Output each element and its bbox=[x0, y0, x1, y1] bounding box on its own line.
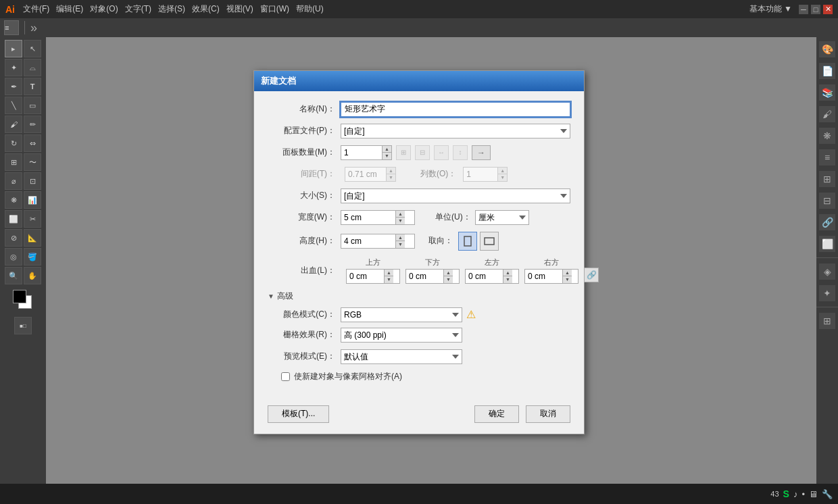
spacing-row: 间距(T)： ▲ ▼ 列数(O)： ▲ ▼ bbox=[268, 167, 570, 182]
unit-label: 单位(U)： bbox=[435, 211, 471, 223]
new-document-dialog: 新建文档 名称(N)： 配置文件(P)： [自定] 打印 Web bbox=[253, 70, 585, 434]
ok-button[interactable]: 确定 bbox=[474, 405, 519, 423]
width-input[interactable] bbox=[341, 211, 395, 224]
artboards-spin-up[interactable]: ▲ bbox=[382, 146, 391, 153]
spacing-spin-up[interactable]: ▲ bbox=[386, 168, 395, 175]
artboards-spinner-buttons: ▲ ▼ bbox=[382, 146, 391, 159]
profile-label: 配置文件(P)： bbox=[268, 125, 335, 136]
bleed-left-label: 左方 bbox=[485, 257, 499, 268]
width-spinner: ▲ ▼ bbox=[341, 210, 415, 225]
dialog-overlay: 新建文档 名称(N)： 配置文件(P)： [自定] 打印 Web bbox=[0, 0, 838, 504]
bleed-top-input[interactable] bbox=[347, 270, 384, 282]
bleed-bottom-spinner: ▲ ▼ bbox=[405, 269, 460, 284]
align-checkbox[interactable] bbox=[281, 372, 290, 381]
artboards-input[interactable] bbox=[341, 147, 382, 159]
artboards-spinner: ▲ ▼ bbox=[341, 145, 392, 160]
color-mode-label: 颜色模式(C)： bbox=[268, 309, 335, 320]
advanced-header[interactable]: ▼ 高级 bbox=[268, 291, 570, 302]
align-label[interactable]: 使新建对象与像素阿格对齐(A) bbox=[294, 371, 402, 382]
bleed-right-spinner: ▲ ▼ bbox=[524, 269, 578, 284]
bleed-right-up[interactable]: ▲ bbox=[562, 270, 572, 277]
height-label: 高度(H)： bbox=[268, 235, 335, 247]
dialog-body: 名称(N)： 配置文件(P)： [自定] 打印 Web 面板数量(M)： bbox=[254, 91, 584, 399]
footer-right-buttons: 确定 取消 bbox=[474, 405, 570, 423]
grid-by-row-btn[interactable]: ⊞ bbox=[396, 145, 411, 160]
svg-rect-0 bbox=[464, 236, 471, 246]
height-input[interactable] bbox=[341, 235, 395, 247]
bleed-link-button[interactable]: 🔗 bbox=[584, 268, 599, 282]
size-label: 大小(S)： bbox=[268, 190, 335, 201]
bleed-top-up[interactable]: ▲ bbox=[384, 270, 393, 277]
orientation-label: 取向： bbox=[428, 235, 453, 247]
name-row: 名称(N)： bbox=[268, 102, 570, 117]
columns-spin-up[interactable]: ▲ bbox=[497, 168, 507, 175]
spacing-spin-down[interactable]: ▼ bbox=[386, 174, 395, 181]
advanced-arrow: ▼ bbox=[268, 293, 274, 300]
template-button[interactable]: 模板(T)... bbox=[268, 405, 329, 423]
bleed-bottom-input[interactable] bbox=[406, 270, 443, 282]
spacing-input[interactable] bbox=[345, 168, 386, 180]
height-spinner: ▲ ▼ bbox=[341, 234, 415, 249]
bleed-left-down[interactable]: ▼ bbox=[503, 276, 512, 283]
width-unit-row: 宽度(W)： ▲ ▼ 单位(U)： 厘米 毫米 英寸 像素 bbox=[268, 210, 570, 225]
arrange-col-btn[interactable]: ↕ bbox=[453, 145, 468, 160]
width-label: 宽度(W)： bbox=[268, 211, 335, 223]
raster-label: 栅格效果(R)： bbox=[268, 329, 335, 341]
size-select[interactable]: [自定] A4 A3 Letter bbox=[341, 188, 570, 203]
color-warning-icon: ⚠ bbox=[466, 308, 476, 321]
dialog-title: 新建文档 bbox=[261, 75, 296, 87]
bleed-bottom-down[interactable]: ▼ bbox=[443, 276, 453, 283]
height-spin-up[interactable]: ▲ bbox=[395, 234, 405, 242]
bleed-top-label: 上方 bbox=[366, 257, 380, 268]
artboards-row: 面板数量(M)： ▲ ▼ ⊞ ⊟ ↔ ↕ → bbox=[268, 145, 570, 160]
artboard-controls: ▲ ▼ ⊞ ⊟ ↔ ↕ → bbox=[341, 145, 491, 160]
bleed-right-group: 右方 ▲ ▼ bbox=[524, 257, 578, 284]
columns-spin-down[interactable]: ▼ bbox=[497, 174, 507, 181]
bleed-top-down[interactable]: ▼ bbox=[384, 276, 393, 283]
advanced-section: ▼ 高级 颜色模式(C)： RGB CMYK ⚠ 栅格效果(R)： 高 bbox=[268, 291, 570, 388]
profile-row: 配置文件(P)： [自定] 打印 Web bbox=[268, 124, 570, 138]
bleed-left-up[interactable]: ▲ bbox=[503, 270, 512, 277]
bleed-left-group: 左方 ▲ ▼ bbox=[465, 257, 519, 284]
name-label: 名称(N)： bbox=[268, 103, 335, 115]
dialog-footer: 模板(T)... 确定 取消 bbox=[254, 399, 584, 434]
bleed-bottom-up[interactable]: ▲ bbox=[443, 270, 453, 277]
artboards-spin-down[interactable]: ▼ bbox=[382, 153, 391, 159]
spacing-spinner: ▲ ▼ bbox=[345, 167, 396, 182]
name-input[interactable] bbox=[341, 102, 570, 117]
grid-by-col-btn[interactable]: ⊟ bbox=[415, 145, 430, 160]
bleed-bottom-group: 下方 ▲ ▼ bbox=[405, 257, 460, 284]
preview-select[interactable]: 默认值 像素 叠印 bbox=[341, 349, 462, 364]
bleed-left-spinner: ▲ ▼ bbox=[465, 269, 519, 284]
height-orientation-row: 高度(H)： ▲ ▼ 取向： bbox=[268, 232, 570, 251]
artboards-label: 面板数量(M)： bbox=[268, 147, 335, 158]
bleed-right-down[interactable]: ▼ bbox=[562, 276, 572, 283]
bleed-top-group: 上方 ▲ ▼ bbox=[346, 257, 400, 284]
color-mode-select[interactable]: RGB CMYK bbox=[341, 307, 462, 322]
columns-input[interactable] bbox=[464, 168, 497, 180]
right-to-left-btn[interactable]: → bbox=[472, 145, 491, 160]
profile-select[interactable]: [自定] 打印 Web bbox=[341, 124, 570, 138]
orientation-buttons bbox=[458, 232, 499, 251]
bleed-label: 出血(L)： bbox=[268, 265, 335, 276]
orientation-portrait[interactable] bbox=[458, 232, 477, 251]
arrange-row-btn[interactable]: ↔ bbox=[434, 145, 449, 160]
width-spin-down[interactable]: ▼ bbox=[395, 218, 405, 224]
bleed-top-spinner: ▲ ▼ bbox=[346, 269, 400, 284]
bleed-right-input[interactable] bbox=[525, 270, 562, 282]
bleed-left-input[interactable] bbox=[466, 270, 503, 282]
spacing-label: 间距(T)： bbox=[268, 168, 335, 180]
align-row: 使新建对象与像素阿格对齐(A) bbox=[268, 371, 570, 388]
columns-spinner: ▲ ▼ bbox=[463, 167, 508, 182]
advanced-title: 高级 bbox=[277, 291, 293, 302]
bleed-section: 出血(L)： 上方 ▲ ▼ bbox=[268, 257, 570, 284]
cancel-button[interactable]: 取消 bbox=[526, 405, 570, 423]
raster-select[interactable]: 高 (300 ppi) 中 (150 ppi) 低 (72 ppi) bbox=[341, 328, 462, 343]
orientation-landscape[interactable] bbox=[480, 232, 499, 251]
height-spin-down[interactable]: ▼ bbox=[395, 241, 405, 248]
color-mode-row: 颜色模式(C)： RGB CMYK ⚠ bbox=[268, 307, 570, 322]
bleed-right-label: 右方 bbox=[544, 257, 559, 268]
bleed-bottom-label: 下方 bbox=[425, 257, 440, 268]
width-spin-up[interactable]: ▲ bbox=[395, 211, 405, 218]
unit-select[interactable]: 厘米 毫米 英寸 像素 bbox=[475, 210, 529, 225]
